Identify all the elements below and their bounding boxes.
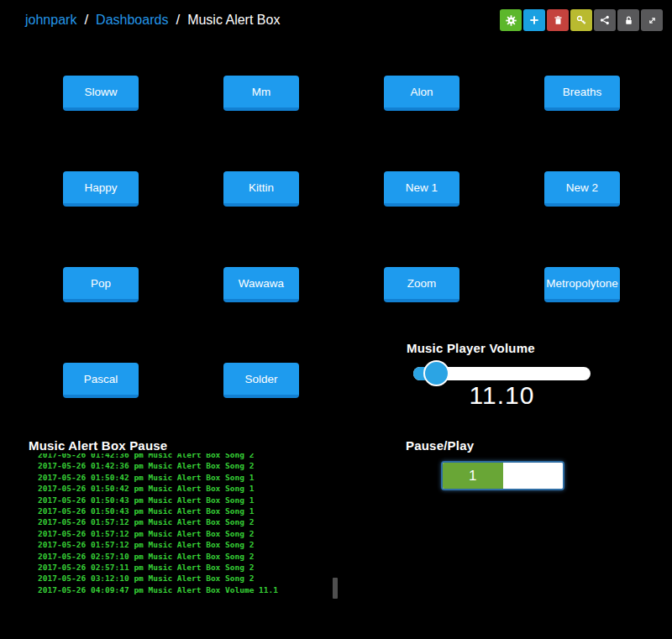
momentary-button-label: Breaths bbox=[563, 86, 602, 98]
momentary-button[interactable]: Happy bbox=[63, 171, 139, 207]
plus-icon bbox=[528, 14, 540, 26]
expand-icon bbox=[647, 15, 658, 26]
privacy-lock-button[interactable] bbox=[617, 9, 639, 31]
header-toolbar bbox=[500, 9, 663, 31]
log-line: 2017-05-26 02:57:11 pm Music Alert Box S… bbox=[38, 562, 332, 573]
log-line: 2017-05-26 02:57:10 pm Music Alert Box S… bbox=[38, 551, 332, 562]
momentary-button[interactable]: Zoom bbox=[384, 267, 459, 302]
breadcrumb-user-link[interactable]: johnpark bbox=[25, 13, 76, 28]
button-grid: Sloww Mm Alon Breaths Happy Kittin New 1… bbox=[63, 76, 620, 398]
log-line: 2017-05-26 01:57:12 pm Music Alert Box S… bbox=[38, 516, 332, 527]
momentary-button-label: Happy bbox=[84, 181, 117, 194]
momentary-button-label: Pop bbox=[91, 277, 111, 290]
lock-icon bbox=[623, 15, 634, 26]
log-line: 2017-05-26 01:42:36 pm Music Alert Box S… bbox=[38, 460, 332, 471]
momentary-button-label: Solder bbox=[244, 373, 277, 385]
volume-slider-value: 11.10 bbox=[413, 381, 591, 410]
momentary-button[interactable]: Mm bbox=[223, 76, 299, 111]
momentary-button[interactable]: Breaths bbox=[544, 76, 620, 111]
log-line: 2017-05-26 03:12:10 pm Music Alert Box S… bbox=[38, 573, 332, 584]
momentary-button-label: Wawawa bbox=[239, 277, 284, 290]
momentary-button-label: New 2 bbox=[566, 181, 598, 194]
log-line: 2017-05-26 01:57:12 pm Music Alert Box S… bbox=[38, 528, 332, 539]
momentary-button-label: Zoom bbox=[407, 277, 437, 290]
momentary-button[interactable]: Alon bbox=[384, 76, 459, 111]
momentary-button-label: Alon bbox=[410, 86, 433, 98]
volume-slider-track[interactable] bbox=[413, 367, 591, 380]
momentary-button[interactable]: Metropolytone bbox=[544, 267, 620, 302]
momentary-button-label: Mm bbox=[252, 86, 271, 98]
log-line: 2017-05-26 04:09:47 pm Music Alert Box V… bbox=[38, 584, 332, 595]
log-line: 2017-05-26 01:50:42 pm Music Alert Box S… bbox=[38, 483, 332, 494]
momentary-button[interactable]: Solder bbox=[223, 363, 299, 398]
activity-log-title: Music Alert Box Pause bbox=[29, 438, 167, 453]
toggle-value: 1 bbox=[469, 468, 476, 484]
log-line: 2017-05-26 01:42:36 pm Music Alert Box S… bbox=[38, 453, 332, 460]
toggle-off-segment bbox=[503, 463, 564, 489]
pause-toggle-title: Pause/Play bbox=[406, 438, 474, 453]
log-line: 2017-05-26 01:50:43 pm Music Alert Box S… bbox=[38, 495, 332, 505]
gear-icon bbox=[505, 14, 517, 27]
settings-button[interactable] bbox=[500, 9, 522, 31]
breadcrumb-dashboards-link[interactable]: Dashboards bbox=[96, 13, 168, 28]
momentary-button-label: Kittin bbox=[249, 181, 274, 194]
momentary-button-label: New 1 bbox=[406, 181, 438, 194]
page-title: Music Alert Box bbox=[187, 13, 280, 28]
delete-dashboard-button[interactable] bbox=[547, 9, 569, 31]
toggle-on-segment: 1 bbox=[443, 463, 503, 489]
log-scrollbar-thumb[interactable] bbox=[333, 578, 338, 599]
momentary-button-label: Sloww bbox=[84, 86, 117, 98]
log-line: 2017-05-26 01:50:42 pm Music Alert Box S… bbox=[38, 472, 332, 483]
share-icon bbox=[599, 14, 611, 26]
activity-log-lines: 2017-05-26 01:42:36 pm Music Alert Box S… bbox=[38, 453, 332, 595]
momentary-button[interactable]: Wawawa bbox=[223, 267, 299, 302]
momentary-button-label: Pascal bbox=[84, 373, 118, 385]
key-icon bbox=[575, 14, 587, 26]
activity-log: 2017-05-26 01:42:36 pm Music Alert Box S… bbox=[38, 453, 332, 599]
breadcrumb: johnpark / Dashboards / Music Alert Box bbox=[25, 12, 280, 29]
momentary-button[interactable]: Pascal bbox=[63, 363, 139, 398]
volume-slider-title: Music Player Volume bbox=[407, 341, 535, 355]
api-key-button[interactable] bbox=[570, 9, 592, 31]
momentary-button[interactable]: Sloww bbox=[63, 76, 139, 111]
log-line: 2017-05-26 01:57:12 pm Music Alert Box S… bbox=[38, 539, 332, 550]
trash-icon bbox=[553, 15, 564, 26]
momentary-button-label: Metropolytone bbox=[546, 277, 618, 290]
momentary-button[interactable]: New 1 bbox=[384, 171, 459, 207]
log-line: 2017-05-26 01:50:43 pm Music Alert Box S… bbox=[38, 505, 332, 516]
momentary-button[interactable]: Kittin bbox=[223, 171, 299, 207]
fullscreen-button[interactable] bbox=[641, 9, 663, 31]
momentary-button[interactable]: Pop bbox=[63, 267, 139, 302]
breadcrumb-separator: / bbox=[176, 12, 180, 29]
share-dashboard-button[interactable] bbox=[594, 9, 616, 31]
pause-play-toggle[interactable]: 1 bbox=[441, 461, 564, 490]
create-block-button[interactable] bbox=[523, 9, 545, 31]
breadcrumb-separator: / bbox=[84, 12, 88, 29]
momentary-button[interactable]: New 2 bbox=[544, 171, 620, 207]
